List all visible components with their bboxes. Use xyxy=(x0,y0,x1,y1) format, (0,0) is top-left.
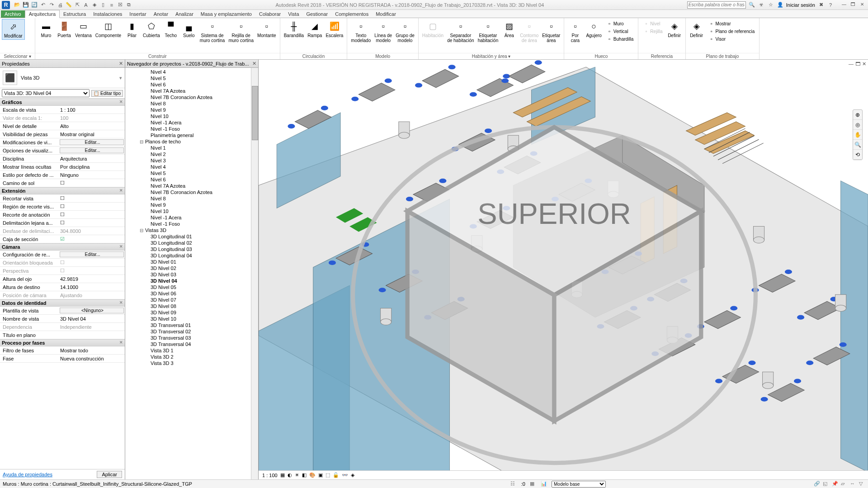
prop-value[interactable]: Editar... xyxy=(60,147,124,153)
browser-item[interactable]: 3D Nivel 04 xyxy=(125,278,258,284)
editable-icon[interactable]: ▦ xyxy=(530,481,536,487)
habitación-tool[interactable]: ▢Habitación xyxy=(420,19,445,39)
browser-item[interactable]: Vistas 3D xyxy=(125,227,258,233)
tab-insertar[interactable]: Insertar xyxy=(126,10,150,18)
browser-item[interactable]: Planos de techo xyxy=(125,138,258,145)
browser-item[interactable]: Nivel 7B Coronacion Azotea xyxy=(125,189,258,195)
browser-item[interactable]: Vista 3D 3 xyxy=(125,360,258,366)
login-link[interactable]: Iniciar sesión xyxy=(786,2,815,8)
prop-row[interactable]: Altura del ojo42.9819 xyxy=(0,275,125,283)
properties-header[interactable]: Propiedades ✕ xyxy=(0,60,125,68)
rejilla-de-tool[interactable]: ▫Rejilla demuro cortina xyxy=(226,19,255,44)
browser-item[interactable]: Nivel 7B Coronacion Azotea xyxy=(125,94,258,100)
tab-anotar[interactable]: Anotar xyxy=(150,10,172,18)
browser-item[interactable]: Nivel 8 xyxy=(125,195,258,202)
prop-value[interactable]: 100 xyxy=(59,115,125,121)
browser-item[interactable]: 3D Longitudinal 01 xyxy=(125,233,258,240)
visual-style-icon[interactable]: ◐ xyxy=(288,472,292,478)
tab-colaborar[interactable]: Colaborar xyxy=(255,10,284,18)
definir-tool[interactable]: ◈Definir xyxy=(665,19,684,39)
help-icon[interactable]: ? xyxy=(827,1,834,9)
lock-icon[interactable]: 🔓 xyxy=(333,472,339,478)
browser-item[interactable]: Nivel 10 xyxy=(125,208,258,214)
browser-item[interactable]: 3D Nivel 02 xyxy=(125,265,258,271)
browser-item[interactable]: 3D Longitudinal 03 xyxy=(125,246,258,252)
prop-value[interactable]: 14.1000 xyxy=(59,284,125,290)
browser-scrollbar[interactable] xyxy=(251,68,258,479)
área-tool[interactable]: ▨Área xyxy=(500,19,518,39)
prop-value[interactable]: 3D Nivel 04 xyxy=(59,316,125,322)
prop-row[interactable]: Visibilidad de piezasMostrar original xyxy=(0,130,125,138)
browser-item[interactable]: 3D Nivel 10 xyxy=(125,316,258,322)
texto-tool[interactable]: ▫Textomodelado xyxy=(349,19,373,44)
edit-type-button[interactable]: 📋 Editar tipo xyxy=(91,90,123,97)
instance-select[interactable]: Vista 3D: 3D Nivel 04 xyxy=(2,89,90,97)
prop-row[interactable]: Delimitación lejana a... xyxy=(0,219,125,227)
search-icon[interactable]: 🔍 xyxy=(748,1,755,9)
browser-item[interactable]: Nivel 2 xyxy=(125,151,258,157)
browser-item[interactable]: Nivel 7A Azotea xyxy=(125,183,258,189)
prop-group-datos-de-identidad[interactable]: Datos de identidad xyxy=(0,299,125,307)
design-option-select[interactable]: Modelo base xyxy=(552,481,606,488)
prop-group-proceso-por-fases[interactable]: Proceso por fases xyxy=(0,339,125,346)
browser-item[interactable]: 3D Nivel 07 xyxy=(125,297,258,303)
browser-item[interactable]: Nivel -1 Acera xyxy=(125,214,258,221)
prop-value[interactable] xyxy=(59,212,125,218)
browser-item[interactable]: Nivel 7A Azotea xyxy=(125,88,258,94)
rejilla-tool[interactable]: ▫Rejilla xyxy=(642,28,663,35)
browser-item[interactable]: 3D Nivel 08 xyxy=(125,303,258,309)
render-icon[interactable]: 🎨 xyxy=(309,472,316,478)
browser-item[interactable]: Vista 3D 1 xyxy=(125,347,258,354)
app-logo[interactable]: R xyxy=(2,1,10,9)
select-links-icon[interactable]: 🔗 xyxy=(814,481,820,487)
tab-gestionar[interactable]: Gestionar xyxy=(303,10,332,18)
browser-item[interactable]: Nivel -1 Foso xyxy=(125,221,258,227)
prop-row[interactable]: Título en plano xyxy=(0,331,125,339)
design-opt-icon[interactable]: 📊 xyxy=(541,481,547,487)
full-nav-icon[interactable]: ⊕ xyxy=(853,110,862,120)
prop-row[interactable]: Estilo por defecto de ...Ninguno xyxy=(0,171,125,179)
prop-row[interactable]: Configuración de re...Editar... xyxy=(0,251,125,259)
línea-de-tool[interactable]: ▫Línea demodelo xyxy=(373,19,394,44)
prop-row[interactable]: Nivel de detalleAlto xyxy=(0,122,125,130)
buhardilla-tool[interactable]: ▫Buhardilla xyxy=(605,35,634,43)
select-underlay-icon[interactable]: ◱ xyxy=(823,481,829,487)
tab-instalaciones[interactable]: Instalaciones xyxy=(90,10,126,18)
temp-hide-icon[interactable]: 👓 xyxy=(342,472,348,478)
browser-item[interactable]: Nivel 1 xyxy=(125,145,258,151)
browser-item[interactable]: 3D Transversal 01 xyxy=(125,322,258,328)
suelo-tool[interactable]: ▄Suelo xyxy=(180,19,198,39)
componente-tool[interactable]: ◫Componente xyxy=(94,19,123,39)
prop-group-cámara[interactable]: Cámara xyxy=(0,243,125,251)
sistema-de-tool[interactable]: ▫Sistema demuro cortina xyxy=(198,19,227,44)
prop-row[interactable]: Modificaciones de vi...Editar... xyxy=(0,138,125,147)
save-icon[interactable]: 💾 xyxy=(22,1,29,9)
prop-row[interactable]: Mostrar líneas ocultasPor disciplina xyxy=(0,163,125,171)
tab-modificar[interactable]: Modificar xyxy=(372,10,400,18)
tab-archivo[interactable]: Archivo xyxy=(1,10,25,18)
comm-icon[interactable]: ☣ xyxy=(758,1,765,9)
prop-value[interactable] xyxy=(59,236,125,242)
browser-item[interactable]: Nivel 8 xyxy=(125,100,258,107)
browser-item[interactable]: Nivel 6 xyxy=(125,176,258,183)
browser-item[interactable]: 3D Nivel 06 xyxy=(125,290,258,297)
close-view-icon[interactable]: ☒ xyxy=(117,1,124,9)
prop-row[interactable]: DependenciaIndependiente xyxy=(0,323,125,331)
grupo-de-tool[interactable]: ▫Grupo demodelo xyxy=(394,19,416,44)
tab-masa y emplazamiento[interactable]: Masa y emplazamiento xyxy=(197,10,255,18)
vertical-tool[interactable]: ▫Vertical xyxy=(605,28,634,35)
prop-value[interactable] xyxy=(59,260,125,265)
prop-row[interactable]: Opciones de visualiz...Editar... xyxy=(0,147,125,155)
browser-item[interactable]: Nivel 6 xyxy=(125,81,258,88)
cubierta-tool[interactable]: ⬠Cubierta xyxy=(141,19,162,39)
browser-item[interactable]: Nivel 9 xyxy=(125,107,258,113)
prop-row[interactable]: Recortar vista xyxy=(0,194,125,203)
prop-value[interactable]: Nueva construcción xyxy=(59,356,125,361)
type-selector[interactable]: ⬛ Vista 3D ▾ xyxy=(0,68,125,88)
select-face-icon[interactable]: ▱ xyxy=(841,481,847,487)
prop-value[interactable] xyxy=(59,220,125,226)
prop-value[interactable]: Independiente xyxy=(59,324,125,330)
crop-icon[interactable]: ▣ xyxy=(318,472,323,478)
browser-item[interactable]: Nivel 10 xyxy=(125,113,258,119)
browser-item[interactable]: 3D Nivel 05 xyxy=(125,284,258,290)
